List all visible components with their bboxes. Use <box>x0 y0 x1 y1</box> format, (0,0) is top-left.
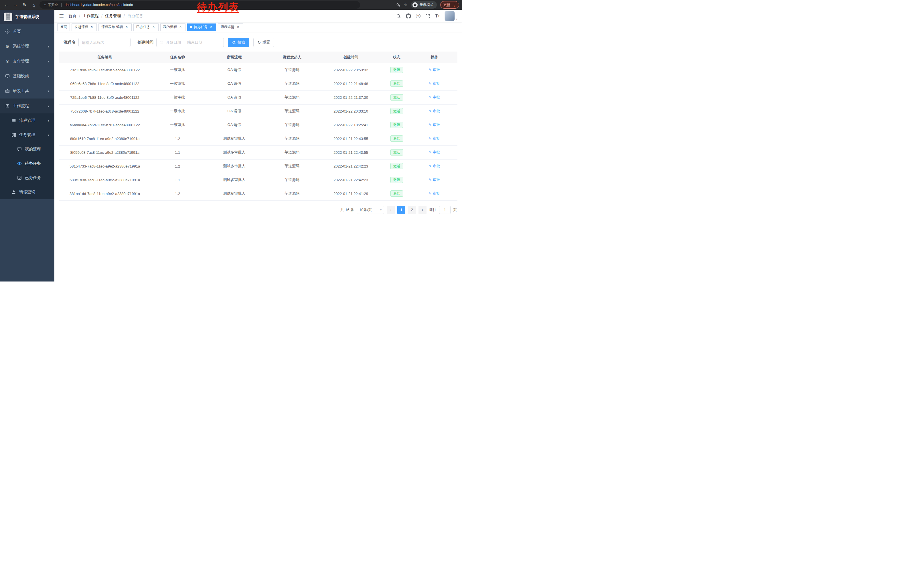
approve-button[interactable]: ✎审批 <box>429 150 440 155</box>
tab-item-2[interactable]: 流程表单-编辑× <box>99 24 132 31</box>
action-cell: ✎审批 <box>412 187 458 200</box>
prev-page-button[interactable]: ‹ <box>387 206 395 214</box>
check-square-icon <box>17 176 22 180</box>
sidebar-item-devtools[interactable]: 研发工具 ▾ <box>0 84 54 99</box>
sidebar-item-task-management[interactable]: 任务管理 ▴ <box>0 128 54 142</box>
task-id-cell: 580e1b3d-7ac8-11ec-a9e2-a2380e71991a <box>59 173 151 187</box>
approve-button[interactable]: ✎审批 <box>429 177 440 182</box>
tab-item-1[interactable]: 发起流程× <box>72 24 97 31</box>
bookmark-star-icon[interactable]: ☆ <box>404 3 408 7</box>
tab-item-3[interactable]: 已办任务× <box>134 24 159 31</box>
approve-button[interactable]: ✎审批 <box>429 136 440 141</box>
menu-label: 流程管理 <box>19 118 35 123</box>
initiator-cell: 芋道源码 <box>264 173 320 187</box>
process-cell: 测试多审批人 <box>204 187 264 200</box>
sidebar-item-done-task[interactable]: 已办任务 <box>0 171 54 185</box>
edit-icon: ✎ <box>429 192 432 195</box>
fullscreen-icon[interactable] <box>425 14 430 19</box>
sidebar-item-infrastructure[interactable]: 基础设施 ▾ <box>0 69 54 84</box>
create-time-cell: 2022-01-21 22:43:55 <box>320 132 382 146</box>
tab-close-icon[interactable]: × <box>152 25 156 29</box>
column-header: 所属流程 <box>204 51 264 63</box>
sidebar-item-process-management[interactable]: 流程管理 ▾ <box>0 113 54 128</box>
tab-close-icon[interactable]: × <box>124 25 129 29</box>
sidebar-item-todo-task[interactable]: 待办任务 <box>0 156 54 171</box>
status-cell: 激活 <box>382 159 411 173</box>
breadcrumb-home[interactable]: 首页 <box>68 14 76 19</box>
table-row: a6aba0a4-7b6d-11ec-b781-acde48001122一级审批… <box>59 118 458 132</box>
status-cell: 激活 <box>382 146 411 159</box>
user-menu[interactable]: ▾ <box>444 11 458 21</box>
back-icon[interactable]: ← <box>3 2 10 8</box>
tab-close-icon[interactable]: × <box>178 25 183 29</box>
github-icon[interactable] <box>406 14 411 19</box>
font-size-icon[interactable]: TT <box>435 14 440 19</box>
sidebar-item-system[interactable]: ⚙ 系统管理 ▾ <box>0 39 54 54</box>
page-button-1[interactable]: 1 <box>397 206 405 214</box>
menu-label: 支付管理 <box>13 59 29 64</box>
app-logo[interactable]: 芋道管理系统 <box>0 10 54 24</box>
edit-icon: ✎ <box>429 150 432 155</box>
sidebar: 芋道管理系统 首页 ⚙ 系统管理 ▾ ¥ 支付管理 ▾ <box>0 10 54 281</box>
approve-button[interactable]: ✎审批 <box>429 67 440 72</box>
tab-item-5[interactable]: 待办任务× <box>187 24 216 31</box>
tab-close-icon[interactable]: × <box>209 25 213 29</box>
breadcrumb-separator: / <box>101 14 102 18</box>
avatar[interactable] <box>444 11 455 21</box>
tab-close-icon[interactable]: × <box>236 25 240 29</box>
approve-button[interactable]: ✎审批 <box>429 122 440 128</box>
tab-item-6[interactable]: 流程详情× <box>218 24 243 31</box>
approve-button[interactable]: ✎审批 <box>429 191 440 196</box>
sidebar-menu: 首页 ⚙ 系统管理 ▾ ¥ 支付管理 ▾ 基础设施 ▾ <box>0 24 54 199</box>
process-cell: 测试多审批人 <box>204 173 264 187</box>
eye-icon <box>17 161 22 166</box>
approve-button[interactable]: ✎审批 <box>429 95 440 100</box>
breadcrumb-workflow[interactable]: 工作流程 <box>83 14 99 19</box>
page-size-select[interactable]: 10条/页 ▾ <box>357 206 384 214</box>
forward-icon[interactable]: → <box>12 2 19 8</box>
hamburger-icon[interactable]: ☰ <box>59 13 64 20</box>
status-badge: 激活 <box>390 135 403 142</box>
status-badge: 激活 <box>390 67 403 73</box>
process-cell: OA 请假 <box>204 118 264 132</box>
calendar-icon <box>159 41 164 44</box>
sidebar-item-home[interactable]: 首页 <box>0 24 54 39</box>
search-icon[interactable] <box>396 14 401 19</box>
next-page-button[interactable]: › <box>418 206 426 214</box>
tab-item-0[interactable]: 首页 <box>57 24 70 31</box>
approve-button[interactable]: ✎审批 <box>429 81 440 86</box>
start-date-placeholder: 开始日期 <box>166 40 181 45</box>
reset-button[interactable]: ↻ 重置 <box>254 38 274 47</box>
page-unit-label: 页 <box>453 207 457 213</box>
table-body: 73211d9d-7b9b-11ec-b5b7-acde48001122一级审批… <box>59 63 458 200</box>
sidebar-item-payment[interactable]: ¥ 支付管理 ▾ <box>0 54 54 69</box>
sidebar-item-my-process[interactable]: 我的流程 <box>0 142 54 156</box>
navbar-right: ? TT ▾ <box>396 11 458 21</box>
goto-page-input[interactable] <box>439 206 450 214</box>
edit-icon: ✎ <box>429 164 432 168</box>
home-icon[interactable]: ⌂ <box>30 2 37 8</box>
pagination-total: 共 16 条 <box>340 207 354 213</box>
sidebar-item-leave-query[interactable]: 请假查询 <box>0 185 54 199</box>
process-name-input[interactable] <box>78 38 130 47</box>
active-dot-icon <box>190 26 192 29</box>
help-icon[interactable]: ? <box>416 14 420 18</box>
security-warning[interactable]: ⚠ 不安全 <box>44 3 58 8</box>
tab-item-4[interactable]: 我的流程× <box>160 24 186 31</box>
breadcrumb-task-management[interactable]: 任务管理 <box>105 14 121 19</box>
search-button[interactable]: 搜索 <box>228 38 249 47</box>
incognito-label: 无痕模式 <box>420 3 434 8</box>
page-button-2[interactable]: 2 <box>408 206 416 214</box>
incognito-icon <box>412 2 418 8</box>
sidebar-item-workflow[interactable]: 工作流程 ▴ <box>0 99 54 113</box>
menu-label: 我的流程 <box>25 147 41 152</box>
browser-menu-icon[interactable]: ⋮ <box>453 3 456 7</box>
approve-button[interactable]: ✎审批 <box>429 108 440 114</box>
update-button[interactable]: 更新 ⋮ <box>440 1 459 9</box>
tab-close-icon[interactable]: × <box>90 25 94 29</box>
password-key-icon[interactable] <box>396 3 400 7</box>
edit-icon: ✎ <box>429 109 432 113</box>
approve-button[interactable]: ✎审批 <box>429 164 440 169</box>
reload-icon[interactable]: ↻ <box>21 2 28 8</box>
date-range-picker[interactable]: 开始日期 - 结束日期 <box>156 38 224 47</box>
